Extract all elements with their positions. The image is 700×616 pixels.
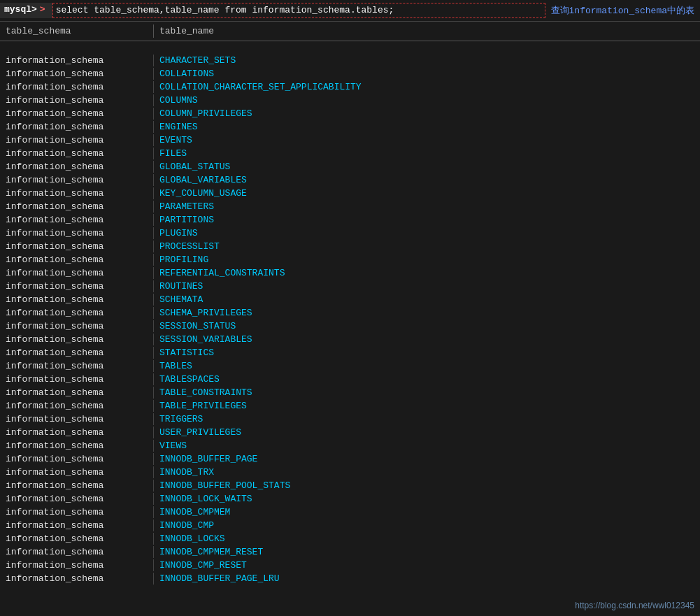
table-name-cell: COLUMN_PRIVILEGES [154, 108, 700, 120]
table-row: information_schemaCHARACTER_SETS [0, 54, 700, 67]
table-row: information_schemaCOLUMN_PRIVILEGES [0, 107, 700, 120]
table-name-cell: INNODB_CMPMEM_RESET [154, 546, 700, 558]
table-divider [0, 41, 700, 54]
table-row: information_schemaREFERENTIAL_CONSTRAINT… [0, 266, 700, 280]
table-row: information_schemaPROFILING [0, 253, 700, 266]
schema-cell: information_schema [0, 387, 154, 399]
schema-cell: information_schema [0, 267, 154, 279]
schema-cell: information_schema [0, 108, 154, 120]
schema-cell: information_schema [0, 334, 154, 345]
table-name-cell: SESSION_STATUS [154, 320, 700, 332]
table-row: information_schemaINNODB_CMP [0, 519, 700, 532]
schema-cell: information_schema [0, 373, 154, 385]
schema-cell: information_schema [0, 427, 154, 438]
schema-cell: information_schema [0, 134, 154, 146]
table-row: information_schemaTABLE_CONSTRAINTS [0, 386, 700, 399]
schema-cell: information_schema [0, 506, 154, 518]
table-row: information_schemaSCHEMA_PRIVILEGES [0, 306, 700, 320]
table-row: information_schemaKEY_COLUMN_USAGE [0, 187, 700, 200]
table-row: information_schemaEVENTS [0, 134, 700, 147]
table-row: information_schemaINNODB_BUFFER_PAGE_LRU [0, 572, 700, 585]
schema-cell: information_schema [0, 81, 154, 93]
table-row: information_schemaCOLLATION_CHARACTER_SE… [0, 80, 700, 94]
table-row: information_schemaFILES [0, 147, 700, 160]
table-row: information_schemaSESSION_VARIABLES [0, 333, 700, 346]
table-row: information_schemaINNODB_BUFFER_POOL_STA… [0, 479, 700, 492]
schema-cell: information_schema [0, 214, 154, 226]
table-body[interactable]: information_schemaCHARACTER_SETSinformat… [0, 54, 700, 616]
table-name-cell: PARTITIONS [154, 214, 700, 226]
schema-cell: information_schema [0, 413, 154, 425]
schema-cell: information_schema [0, 254, 154, 266]
table-name-cell: COLLATIONS [154, 68, 700, 80]
table-row: information_schemaTABLE_PRIVILEGES [0, 399, 700, 413]
table-name-cell: INNODB_CMP_RESET [154, 559, 700, 571]
table-row: information_schemaUSER_PRIVILEGES [0, 426, 700, 439]
schema-cell: information_schema [0, 201, 154, 213]
schema-cell: information_schema [0, 121, 154, 133]
schema-cell: information_schema [0, 148, 154, 159]
schema-cell: information_schema [0, 480, 154, 492]
table-row: information_schemaINNODB_LOCK_WAITS [0, 492, 700, 506]
terminal: mysql>> select table_schema,table_name f… [0, 0, 700, 616]
table-row: information_schemaCOLUMNS [0, 94, 700, 107]
table-name-cell: INNODB_CMPMEM [154, 506, 700, 518]
table-name-cell: KEY_COLUMN_USAGE [154, 187, 700, 199]
table-name-cell: STATISTICS [154, 347, 700, 359]
schema-cell: information_schema [0, 546, 154, 558]
schema-cell: information_schema [0, 440, 154, 452]
table-row: information_schemaINNODB_TRX [0, 466, 700, 479]
table-row: information_schemaINNODB_LOCKS [0, 532, 700, 545]
schema-cell: information_schema [0, 400, 154, 412]
table-name-cell: COLUMNS [154, 94, 700, 106]
table-name-cell: COLLATION_CHARACTER_SET_APPLICABILITY [154, 81, 700, 93]
table-name-cell: PARAMETERS [154, 201, 700, 213]
schema-cell: information_schema [0, 453, 154, 465]
schema-cell: information_schema [0, 320, 154, 332]
schema-cell: information_schema [0, 55, 154, 66]
table-row: information_schemaCOLLATIONS [0, 67, 700, 80]
schema-cell: information_schema [0, 347, 154, 359]
table-row: information_schemaTRIGGERS [0, 413, 700, 426]
table-name-cell: SCHEMA_PRIVILEGES [154, 307, 700, 319]
table-name-cell: TABLE_PRIVILEGES [154, 400, 700, 412]
table-name-cell: REFERENTIAL_CONSTRAINTS [154, 267, 700, 279]
command-text[interactable]: select table_schema,table_name from info… [52, 3, 545, 18]
schema-cell: information_schema [0, 466, 154, 478]
table-name-cell: INNODB_BUFFER_PAGE [154, 453, 700, 465]
schema-cell: information_schema [0, 493, 154, 505]
table-name-cell: SESSION_VARIABLES [154, 334, 700, 345]
table-row: information_schemaPLUGINS [0, 227, 700, 240]
side-comment: 查询information_schema中的表 [545, 3, 700, 18]
command-line: mysql>> select table_schema,table_name f… [0, 0, 700, 22]
table-row: information_schemaPROCESSLIST [0, 240, 700, 253]
schema-cell: information_schema [0, 241, 154, 252]
table-name-cell: INNODB_CMP [154, 520, 700, 531]
table-name-cell: CHARACTER_SETS [154, 55, 700, 66]
watermark: https://blog.csdn.net/wwl012345 [575, 601, 694, 610]
table-row: information_schemaSCHEMATA [0, 293, 700, 306]
schema-cell: information_schema [0, 280, 154, 292]
schema-cell: information_schema [0, 68, 154, 80]
table-row: information_schemaTABLES [0, 359, 700, 373]
table-row: information_schemaGLOBAL_VARIABLES [0, 173, 700, 187]
schema-cell: information_schema [0, 533, 154, 545]
schema-cell: information_schema [0, 520, 154, 531]
table-name-cell: PROCESSLIST [154, 241, 700, 252]
table-name-cell: INNODB_BUFFER_POOL_STATS [154, 480, 700, 492]
schema-cell: information_schema [0, 360, 154, 372]
table-row: information_schemaPARTITIONS [0, 213, 700, 227]
prompt-arrow: > [37, 3, 48, 16]
table-header: table_schema table_name [0, 22, 700, 41]
table-row: information_schemaROUTINES [0, 280, 700, 293]
schema-cell: information_schema [0, 573, 154, 585]
table-row: information_schemaENGINES [0, 120, 700, 134]
table-name-cell: TABLE_CONSTRAINTS [154, 387, 700, 399]
table-name-cell: EVENTS [154, 134, 700, 146]
schema-cell: information_schema [0, 94, 154, 106]
table-name-cell: GLOBAL_VARIABLES [154, 174, 700, 186]
table-name-cell: INNODB_LOCKS [154, 533, 700, 545]
table-name-cell: ENGINES [154, 121, 700, 133]
table-name-cell: INNODB_LOCK_WAITS [154, 493, 700, 505]
table-row: information_schemaSESSION_STATUS [0, 320, 700, 333]
